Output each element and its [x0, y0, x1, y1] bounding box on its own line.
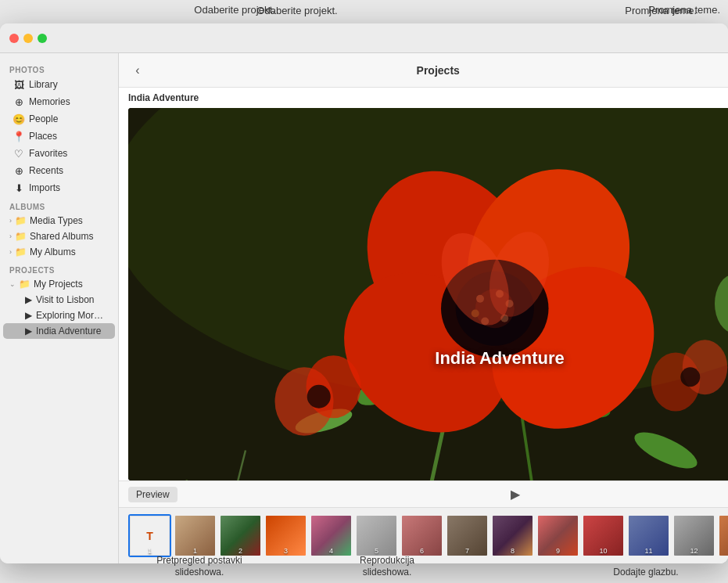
sidebar-label-imports: Imports: [29, 182, 60, 193]
traffic-lights: [9, 34, 47, 43]
film-item[interactable]: T 1: [128, 514, 171, 557]
tooltip-select-project-text: Odaberite projekt.: [156, 4, 313, 16]
film-item-number: 6: [420, 547, 424, 555]
sidebar-label-exploring-mor: Exploring Mor…: [36, 310, 103, 321]
film-item-number: 2: [238, 547, 242, 555]
film-item-number: 5: [375, 547, 378, 555]
sidebar-label-memories: Memories: [29, 96, 70, 107]
people-icon: 😊: [13, 113, 25, 125]
preview-button[interactable]: Preview: [128, 487, 178, 502]
film-item-number: 11: [644, 547, 652, 555]
library-icon: 🖼: [13, 78, 25, 91]
sidebar-item-library[interactable]: 🖼 Library: [3, 76, 115, 93]
chevron-icon: ›: [9, 248, 12, 256]
app-window: Photos 🖼 Library ⊕ Memories 😊 People 📍 P…: [0, 23, 728, 563]
sidebar-label-visit-lisbon: Visit to Lisbon: [36, 294, 95, 305]
svg-point-28: [680, 367, 700, 387]
window-body: Photos 🖼 Library ⊕ Memories 😊 People 📍 P…: [0, 53, 728, 563]
film-item[interactable]: 3: [264, 514, 307, 557]
sidebar-label-media-types: Media Types: [30, 215, 83, 226]
projects-section-header: Projects: [0, 260, 118, 276]
slideshow-icon: ▶: [25, 326, 32, 336]
svg-point-25: [307, 385, 331, 408]
photo-display: India Adventure: [128, 108, 728, 480]
film-item[interactable]: 10: [582, 514, 625, 557]
sidebar-label-places: Places: [29, 131, 57, 142]
sidebar-label-recents: Recents: [29, 165, 63, 176]
titlebar: [0, 23, 728, 53]
sidebar-item-favorites[interactable]: ♡ Favorites: [3, 145, 115, 162]
back-button[interactable]: ‹: [128, 61, 147, 80]
film-item[interactable]: 6: [400, 514, 443, 557]
film-item[interactable]: 12: [672, 514, 715, 557]
sidebar-item-memories[interactable]: ⊕ Memories: [3, 93, 115, 110]
sidebar-group-media-types[interactable]: › 📁 Media Types: [3, 213, 115, 229]
album-icon: 📁: [15, 247, 27, 257]
film-item-number: 1: [193, 547, 197, 555]
film-item-number: 10: [599, 547, 607, 555]
topbar: ‹ Projects Export 🔍: [119, 53, 728, 88]
close-button[interactable]: [9, 34, 19, 43]
sidebar-item-places[interactable]: 📍 Places: [3, 128, 115, 145]
topbar-title: Projects: [153, 64, 723, 77]
film-item-number: 8: [511, 547, 515, 555]
chevron-icon: ›: [9, 232, 12, 240]
memories-icon: ⊕: [13, 95, 25, 108]
film-item[interactable]: 13: [718, 514, 728, 557]
sidebar-label-shared-albums: Shared Albums: [30, 231, 93, 242]
sidebar-group-shared-albums[interactable]: › 📁 Shared Albums: [3, 229, 115, 244]
film-item[interactable]: 7: [446, 514, 489, 557]
tooltip-music-text: Dodajte glazbu.: [603, 567, 689, 579]
film-item-number: 9: [556, 547, 560, 555]
sidebar-item-visit-lisbon[interactable]: ▶ Visit to Lisbon: [3, 292, 115, 308]
photo-image: [128, 108, 728, 480]
favorites-icon: ♡: [13, 147, 25, 160]
sidebar-item-imports[interactable]: ⬇ Imports: [3, 179, 115, 196]
sidebar-group-my-projects[interactable]: ⌄ 📁 My Projects: [3, 276, 115, 292]
imports-icon: ⬇: [13, 182, 25, 194]
sidebar-item-people[interactable]: 😊 People: [3, 110, 115, 128]
project-header: India Adventure 44 slides · 2:38m: [119, 88, 728, 108]
film-item-number: 1: [148, 547, 152, 555]
film-thumbnail: [719, 516, 728, 556]
film-item[interactable]: 1: [174, 514, 217, 557]
photos-section-header: Photos: [0, 59, 118, 76]
film-item[interactable]: 2: [219, 514, 262, 557]
tooltip-select-project: Odaberite projekt.: [219, 4, 375, 18]
film-item[interactable]: 4: [310, 514, 353, 557]
project-area: India Adventure 44 slides · 2:38m: [119, 88, 728, 563]
film-item[interactable]: 9: [536, 514, 579, 557]
tooltip-change-theme: Promjena teme.: [556, 4, 697, 18]
minimize-button[interactable]: [23, 34, 33, 43]
folder-icon: 📁: [15, 215, 27, 226]
film-item-number: 7: [465, 547, 469, 555]
main-content: ‹ Projects Export 🔍 India Adventure 44 s…: [119, 53, 728, 563]
fullscreen-button[interactable]: [38, 34, 47, 43]
photo-background: India Adventure: [128, 108, 728, 480]
play-button[interactable]: ▶: [507, 486, 524, 503]
bottom-controls: Preview ▶ ↺: [119, 480, 728, 507]
film-item-number: 12: [690, 547, 698, 555]
tooltip-change-theme-text: Promjena teme.: [579, 4, 720, 16]
slideshow-icon: ▶: [25, 294, 32, 305]
sidebar-label-library: Library: [29, 79, 58, 90]
sidebar-label-favorites: Favorites: [29, 148, 67, 159]
sidebar-item-exploring-mor[interactable]: ▶ Exploring Mor…: [3, 308, 115, 323]
shared-icon: 📁: [15, 231, 27, 242]
film-item[interactable]: 11: [627, 514, 670, 557]
projects-folder-icon: 📁: [19, 279, 30, 290]
film-item-number: 4: [329, 547, 333, 555]
film-item-number: 3: [284, 547, 288, 555]
sidebar-item-recents[interactable]: ⊕ Recents: [3, 162, 115, 179]
slideshow-icon: ▶: [25, 310, 32, 321]
sidebar-label-my-projects: My Projects: [34, 279, 83, 290]
sidebar-item-india-adventure[interactable]: ▶ India Adventure: [3, 323, 115, 339]
recents-icon: ⊕: [13, 164, 25, 177]
photo-title-overlay: India Adventure: [435, 348, 564, 369]
film-item[interactable]: 5: [355, 514, 398, 557]
sidebar: Photos 🖼 Library ⊕ Memories 😊 People 📍 P…: [0, 53, 119, 563]
albums-section-header: Albums: [0, 196, 118, 213]
film-item[interactable]: 8: [491, 514, 534, 557]
sidebar-group-my-albums[interactable]: › 📁 My Albums: [3, 244, 115, 260]
chevron-icon: ›: [9, 217, 12, 225]
